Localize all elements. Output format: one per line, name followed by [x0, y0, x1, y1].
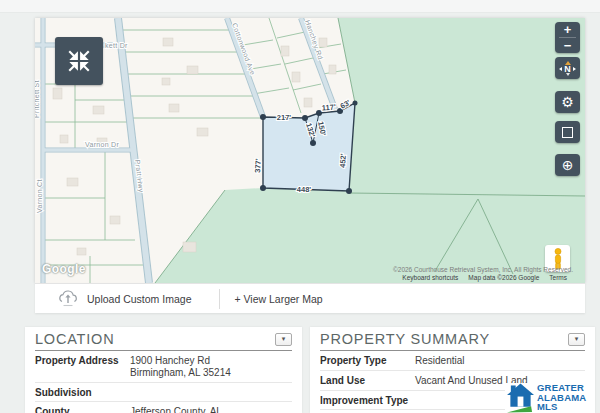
row-label: Property Type	[320, 355, 415, 367]
zoom-out-icon: −	[564, 39, 572, 52]
terms-link[interactable]: Terms	[549, 274, 567, 281]
row-label: Property Address	[35, 355, 130, 379]
collapse-icon	[66, 48, 92, 74]
compass-n-label: N	[564, 65, 571, 73]
locate-button[interactable]: ⊕	[555, 154, 580, 176]
location-panel: LOCATION ▾ Property Address 1900 Hanchey…	[25, 327, 302, 413]
compass-button[interactable]: N	[555, 57, 580, 79]
row-label: Subdivision	[35, 387, 130, 398]
svg-text:452': 452'	[338, 153, 348, 168]
compass-west-arrow-icon	[559, 67, 562, 71]
attribution-links: Keyboard shortcuts Map data ©2026 Google…	[402, 274, 567, 281]
svg-text:377': 377'	[253, 158, 263, 173]
page-top-strip	[0, 0, 600, 13]
map-settings-button[interactable]: ⚙	[555, 91, 580, 113]
row-label: Improvement Type	[320, 395, 415, 406]
map-canvas[interactable]: 217' 132' 150' 117' 63' 452' 377' 448' P…	[35, 18, 585, 283]
chevron-down-icon: ▾	[282, 335, 286, 343]
street-label-pritchett-st: Pritchett St	[35, 80, 40, 118]
square-shape-icon	[562, 127, 573, 138]
gear-icon: ⚙	[561, 94, 574, 110]
upload-custom-image-label: Upload Custom Image	[87, 293, 191, 305]
shape-tool-button[interactable]	[555, 121, 580, 143]
property-summary-title: PROPERTY SUMMARY	[320, 331, 490, 347]
svg-text:117': 117'	[321, 102, 336, 112]
row-county: County Jefferson County, AL	[35, 402, 292, 413]
view-larger-map-button[interactable]: + View Larger Map	[220, 284, 336, 313]
chevron-down-icon: ▾	[575, 335, 579, 343]
zoom-in-button[interactable]: +	[555, 22, 580, 37]
upload-custom-image-button[interactable]: Upload Custom Image	[43, 284, 205, 313]
row-property-type: Property Type Residential	[320, 351, 585, 371]
address-line1: 1900 Hanchey Rd	[130, 355, 210, 366]
zoom-in-icon: +	[564, 23, 572, 36]
upload-icon	[57, 290, 79, 307]
row-value: 1900 Hanchey Rd Birmingham, AL 35214	[130, 355, 231, 379]
street-label-varnon-dr: Varnon Dr	[85, 141, 119, 148]
property-summary-collapse-button[interactable]: ▾	[568, 333, 585, 346]
address-line2: Birmingham, AL 35214	[130, 367, 231, 378]
street-label-varnon-ct: Varnon Ct	[36, 179, 43, 213]
row-label: County	[35, 406, 130, 413]
row-value: Residential	[415, 355, 464, 367]
crosshair-icon: ⊕	[562, 157, 574, 173]
svg-text:448': 448'	[297, 185, 312, 194]
greater-alabama-mls-logo: GREATER ALABAMA MLS	[505, 383, 586, 413]
street-label-kett-dr: kett Dr	[105, 42, 128, 49]
row-property-address: Property Address 1900 Hanchey Rd Birming…	[35, 351, 292, 383]
map-data-label: Map data ©2026 Google	[468, 274, 539, 281]
compass-east-arrow-icon	[573, 67, 576, 71]
google-watermark: Google	[42, 262, 86, 276]
row-value: Jefferson County, AL	[130, 406, 222, 413]
view-larger-map-label: + View Larger Map	[234, 293, 322, 305]
mls-house-icon	[507, 383, 534, 413]
zoom-control: + −	[555, 22, 580, 53]
mls-text-line3: MLS	[537, 402, 586, 412]
keyboard-shortcuts-link[interactable]: Keyboard shortcuts	[402, 274, 458, 281]
location-title: LOCATION	[35, 331, 114, 347]
svg-text:217': 217'	[277, 113, 292, 122]
compass-south-arrow-icon	[566, 73, 570, 76]
map-toolbar: Upload Custom Image + View Larger Map	[35, 283, 585, 313]
row-subdivision: Subdivision	[35, 383, 292, 402]
attribution-copyright: ©2026 Courthouse Retrieval System, Inc. …	[393, 266, 573, 273]
basemap-svg: 217' 132' 150' 117' 63' 452' 377' 448' P…	[35, 18, 585, 283]
collapse-map-button[interactable]	[55, 37, 103, 85]
row-label: Land Use	[320, 375, 415, 387]
zoom-out-button[interactable]: −	[555, 38, 580, 53]
location-collapse-button[interactable]: ▾	[275, 333, 292, 346]
